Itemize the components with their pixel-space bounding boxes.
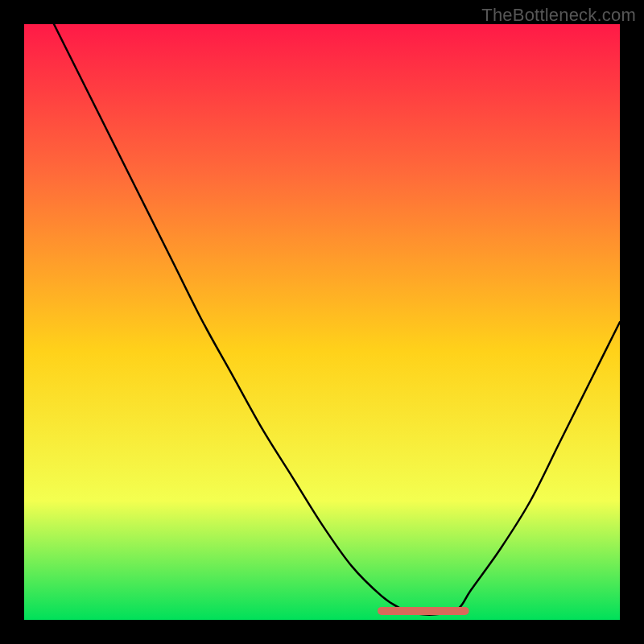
chart-container: TheBottleneck.com: [0, 0, 644, 644]
watermark-text: TheBottleneck.com: [481, 5, 636, 26]
bottleneck-curve-chart: [0, 0, 644, 644]
chart-gradient-background: [24, 24, 620, 620]
